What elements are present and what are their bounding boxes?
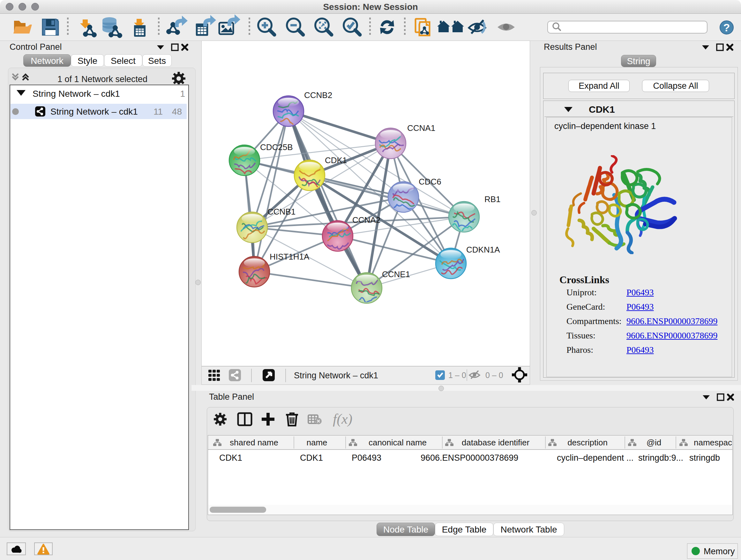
- svg-text:cyclin–dependent ...: cyclin–dependent ...: [557, 453, 633, 462]
- svg-text:canonical name: canonical name: [368, 438, 427, 447]
- svg-text:0 – 0: 0 – 0: [485, 371, 503, 380]
- svg-text:name: name: [307, 438, 327, 447]
- svg-text:P06493: P06493: [352, 453, 381, 462]
- svg-text:CDC6: CDC6: [419, 177, 441, 186]
- svg-text:CCNE1: CCNE1: [382, 269, 410, 279]
- svg-text:CCNA2: CCNA2: [352, 215, 381, 225]
- svg-text:CDK1: CDK1: [300, 453, 323, 462]
- svg-text:CDK1: CDK1: [219, 453, 242, 462]
- svg-text:CDKN1A: CDKN1A: [466, 245, 500, 254]
- svg-text:namespac: namespac: [694, 438, 732, 447]
- svg-text:CCNB1: CCNB1: [267, 207, 295, 216]
- svg-text:HIST1H1A: HIST1H1A: [270, 252, 310, 261]
- svg-text:f(x): f(x): [333, 411, 352, 427]
- svg-text:stringdb: stringdb: [689, 453, 720, 462]
- svg-text:database identifier: database identifier: [462, 438, 530, 447]
- svg-text:CDC25B: CDC25B: [260, 142, 293, 152]
- svg-text:@id: @id: [647, 438, 662, 447]
- svg-text:shared name: shared name: [230, 438, 278, 447]
- svg-text:RB1: RB1: [484, 194, 501, 204]
- svg-text:stringdb:9...: stringdb:9...: [638, 453, 683, 462]
- svg-text:1 of 1 Network selected: 1 of 1 Network selected: [57, 74, 147, 84]
- svg-text:9606.ENSP00000378699: 9606.ENSP00000378699: [421, 453, 518, 462]
- svg-text:1 – 0: 1 – 0: [448, 371, 466, 380]
- svg-text:CCNB2: CCNB2: [304, 90, 332, 100]
- svg-text:CCNA1: CCNA1: [407, 123, 435, 133]
- svg-text:description: description: [567, 438, 608, 447]
- svg-text:?: ?: [724, 21, 730, 34]
- svg-text:String Network – cdk1: String Network – cdk1: [294, 371, 378, 380]
- svg-text:CDK1: CDK1: [325, 155, 347, 165]
